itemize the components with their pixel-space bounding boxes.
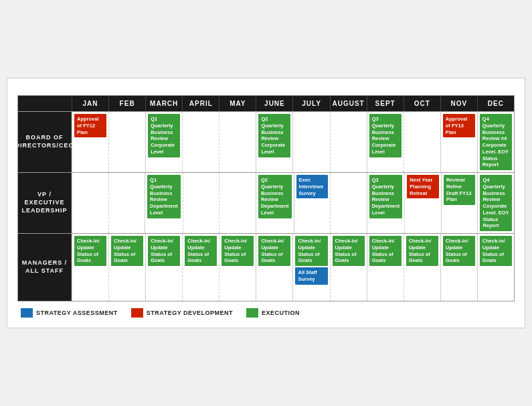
event-block: Exec Interviews Survey: [296, 175, 329, 198]
cell-r0-c10: Approval of FY13 Plan: [440, 112, 477, 172]
main-container: JANFEBMARCHAPRILMAYJUNEJULYAUGUSTSEPTOCT…: [7, 78, 525, 328]
cell-r2-c9: Check-in/ Update Status of Goals: [404, 234, 440, 301]
cell-r0-c11: Q4 Quarterly Business Review #4 Corporat…: [477, 112, 514, 172]
event-block: Check-in/ Update Status of Goals: [258, 236, 290, 266]
cell-r1-c6: Exec Interviews Survey: [294, 173, 331, 233]
cell-r0-c0: Approval of FY12 Plan: [72, 112, 108, 172]
legend-color-box: [21, 308, 33, 318]
cell-r2-c11: Check-in/ Update Status of Goals: [477, 234, 514, 301]
cell-r0-c9: [404, 112, 440, 172]
cell-r2-c3: Check-in/ Update Status of Goals: [182, 234, 219, 301]
month-header-sept: SEPT: [367, 96, 404, 111]
cell-r1-c8: Q3 Quarterly Business Review Department …: [367, 173, 405, 233]
month-header-jan: JAN: [72, 96, 108, 111]
cell-r2-c1: Check-in/ Update Status of Goals: [108, 234, 145, 301]
cell-r1-c5: Q2 Quarterly Business Review Department …: [256, 173, 294, 233]
event-block: Q1 Quarterly Business Review Department …: [147, 175, 181, 218]
cell-r0-c3: [182, 112, 219, 172]
cell-r1-c9: Next Year Planning Retreat: [404, 173, 441, 233]
event-block: Check-in/ Update Status of Goals: [74, 236, 106, 266]
legend-color-box: [131, 308, 143, 318]
event-block: Check-in/ Update Status of Goals: [443, 236, 475, 266]
month-header-dec: DEC: [477, 96, 514, 111]
event-block: Q2 Quarterly Business Review Corporate L…: [258, 114, 290, 157]
header-label-spacer: [18, 96, 72, 111]
event-block: Q4 Quarterly Business Review #4 Corporat…: [480, 114, 512, 170]
calendar-row-1: VP / EXECUTIVE LEADERSHIPQ1 Quarterly Bu…: [18, 172, 514, 233]
event-block: Q3 Quarterly Business Review Corporate L…: [369, 114, 402, 157]
legend-item: STRATEGY ASSESSMENT: [21, 308, 118, 318]
event-block: Check-in/ Update Status of Goals: [480, 236, 512, 266]
cell-r2-c6: Check-in/ Update Status of GoalsAll Staf…: [292, 234, 329, 301]
cell-r2-c2: Check-in/ Update Status of Goals: [145, 234, 182, 301]
legend-item: STRATEGY DEVELOPMENT: [131, 308, 233, 318]
legend-item: EXECUTION: [246, 308, 300, 318]
cell-r1-c10: Review/ Refine Draft FY13 Plan: [441, 173, 478, 233]
header-row: JANFEBMARCHAPRILMAYJUNEJULYAUGUSTSEPTOCT…: [18, 96, 514, 111]
cell-r2-c5: Check-in/ Update Status of Goals: [256, 234, 292, 301]
month-header-march: MARCH: [145, 96, 182, 111]
month-header-april: APRIL: [182, 96, 219, 111]
calendar-row-2: MANAGERS / ALL STAFFCheck-in/ Update Sta…: [18, 233, 514, 301]
legend: STRATEGY ASSESSMENTSTRATEGY DEVELOPMENTE…: [17, 308, 515, 318]
cell-r0-c5: Q2 Quarterly Business Review Corporate L…: [256, 112, 292, 172]
cell-r0-c1: [108, 112, 145, 172]
month-header-feb: FEB: [108, 96, 145, 111]
event-block: Check-in/ Update Status of Goals: [185, 236, 217, 266]
cell-r2-c4: Check-in/ Update Status of Goals: [219, 234, 256, 301]
event-block: Approval of FY12 Plan: [74, 114, 106, 137]
calendar-row-0: BOARD OF DIRECTORS/CEOApproval of FY12 P…: [18, 111, 514, 172]
month-header-nov: NOV: [440, 96, 477, 111]
event-block: Next Year Planning Retreat: [407, 175, 439, 198]
legend-label: EXECUTION: [262, 310, 300, 316]
cell-r1-c7: [330, 173, 367, 233]
event-block: Check-in/ Update Status of Goals: [406, 236, 438, 266]
cell-r0-c2: Q1 Quarterly Business Review Corporate L…: [145, 112, 182, 172]
cell-r1-c11: Q4 Quarterly Business Review Corporate L…: [477, 173, 514, 233]
cell-r0-c6: [292, 112, 329, 172]
event-block: Q3 Quarterly Business Review Department …: [369, 175, 403, 218]
cell-r2-c0: Check-in/ Update Status of Goals: [72, 234, 108, 301]
cell-r1-c4: [219, 173, 256, 233]
cell-r1-c1: [108, 173, 145, 233]
event-block: Check-in/ Update Status of Goals: [369, 236, 402, 266]
event-block: Q1 Quarterly Business Review Corporate L…: [148, 114, 180, 157]
cell-r0-c7: [330, 112, 367, 172]
row-label-2: MANAGERS / ALL STAFF: [18, 234, 72, 301]
calendar: JANFEBMARCHAPRILMAYJUNEJULYAUGUSTSEPTOCT…: [17, 95, 515, 301]
event-block: Check-in/ Update Status of Goals: [221, 236, 254, 266]
legend-color-box: [246, 308, 258, 318]
event-block: Check-in/ Update Status of Goals: [148, 236, 180, 266]
cell-r2-c8: Check-in/ Update Status of Goals: [367, 234, 404, 301]
cell-r0-c8: Q3 Quarterly Business Review Corporate L…: [367, 112, 404, 172]
legend-label: STRATEGY ASSESSMENT: [36, 310, 118, 316]
month-header-july: JULY: [292, 96, 329, 111]
cell-r1-c0: [72, 173, 108, 233]
event-block: Check-in/ Update Status of Goals: [111, 236, 143, 266]
event-block: Review/ Refine Draft FY13 Plan: [444, 175, 476, 205]
legend-label: STRATEGY DEVELOPMENT: [147, 310, 233, 316]
event-block: All Staff Survey: [295, 267, 327, 285]
row-label-0: BOARD OF DIRECTORS/CEO: [18, 112, 72, 172]
month-header-may: MAY: [219, 96, 256, 111]
cell-r0-c4: [219, 112, 256, 172]
event-block: Check-in/ Update Status of Goals: [333, 236, 365, 266]
month-header-oct: OCT: [404, 96, 440, 111]
cell-r2-c10: Check-in/ Update Status of Goals: [440, 234, 477, 301]
row-label-1: VP / EXECUTIVE LEADERSHIP: [18, 173, 72, 233]
cell-r1-c2: Q1 Quarterly Business Review Department …: [145, 173, 183, 233]
cell-r1-c3: [183, 173, 219, 233]
month-header-june: JUNE: [256, 96, 292, 111]
event-block: Approval of FY13 Plan: [443, 114, 475, 137]
month-header-august: AUGUST: [330, 96, 367, 111]
event-block: Q2 Quarterly Business Review Department …: [258, 175, 292, 218]
event-block: Q4 Quarterly Business Review Corporate L…: [480, 175, 512, 231]
event-block: Check-in/ Update Status of Goals: [295, 236, 327, 266]
cell-r2-c7: Check-in/ Update Status of Goals: [330, 234, 367, 301]
